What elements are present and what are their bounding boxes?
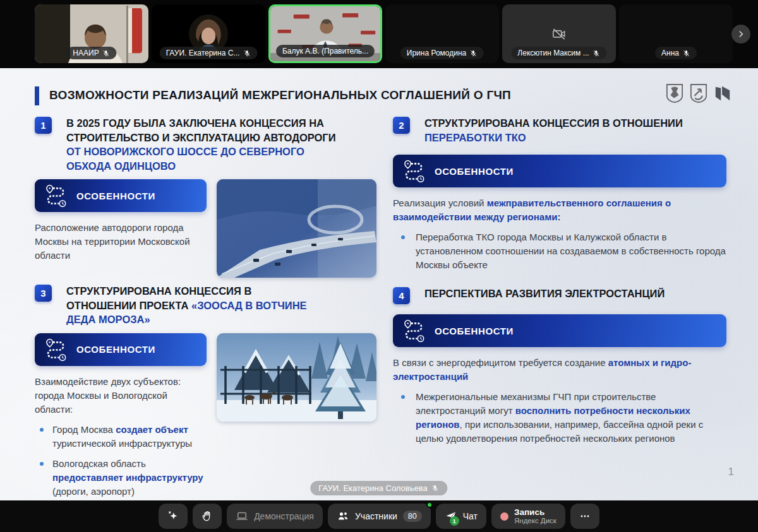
participant-tile[interactable]: ГАУИ. Екатерина С... (152, 4, 265, 63)
participant-tiles: НААИР ГАУИ. Екатерина С... (35, 4, 733, 63)
route-map-icon (402, 159, 426, 183)
share-screen-button[interactable]: Демонстрация (227, 504, 323, 529)
block-number-badge: 3 (35, 285, 52, 302)
next-participants-button[interactable] (731, 25, 750, 44)
winter-zoo-photo (217, 333, 376, 422)
moscow-coat-of-arms-icon (666, 83, 683, 103)
slide-block-1: 1 В 2025 ГОДУ БЫЛА ЗАКЛЮЧЕНА КОНЦЕССИЯ Н… (35, 116, 379, 278)
participant-name: НААИР (73, 49, 99, 57)
block-heading: ПЕРСПЕКТИВА РАЗВИТИЯ ЭЛЕКТРОСТАНЦИЙ (424, 287, 665, 301)
presenter-name: ГАУИ. Екатерина Соловьева (318, 483, 427, 493)
block-number-badge: 4 (393, 287, 410, 304)
chat-unread-badge: 1 (450, 516, 459, 526)
camera-off-icon (551, 26, 567, 42)
participant-name-pill: Анна (655, 47, 697, 59)
slide-page-number: 1 (728, 466, 734, 478)
block-intro-text: В связи с энергодефицитом требуется созд… (393, 356, 726, 384)
block-intro-text: Реализация условий межправительственного… (393, 196, 726, 224)
features-banner: ОСОБЕННОСТИ (393, 314, 726, 347)
aerial-highway-photo (217, 179, 376, 278)
participant-name-pill: ГАУИ. Екатерина С... (160, 47, 258, 59)
participant-name-pill: Ирина Ромодина (400, 47, 484, 59)
bullet-item: Город Москва создает объект туристическо… (35, 423, 207, 451)
route-map-icon (44, 184, 68, 208)
features-banner: ОСОБЕННОСТИ (393, 155, 726, 187)
mic-off-icon (469, 49, 478, 57)
block-heading: В 2025 ГОДУ БЫЛА ЗАКЛЮЧЕНА КОНЦЕССИЯ НА … (66, 116, 338, 173)
block-bullet-list: Переработка ТКО города Москвы и Калужско… (393, 230, 726, 272)
mic-off-icon (243, 49, 251, 57)
bullet-item: Переработка ТКО города Москвы и Калужско… (393, 230, 726, 272)
record-dot-icon (500, 512, 508, 521)
slide-block-3: 3 СТРУКТУРИРОВАНА КОНЦЕССИЯ В ОТНОШЕНИИ … (35, 284, 379, 499)
block-number-badge: 1 (35, 117, 52, 134)
laptop-icon (236, 510, 248, 523)
participant-name: ГАУИ. Екатерина С... (166, 49, 240, 57)
participant-tile[interactable]: Анна (619, 4, 733, 63)
participants-count-badge: 80 (403, 511, 422, 522)
effects-button[interactable] (159, 504, 188, 529)
features-label: ОСОБЕННОСТИ (76, 191, 155, 201)
block-body-text: Расположение автодороги города Москвы на… (35, 221, 207, 263)
features-label: ОСОБЕННОСТИ (435, 326, 514, 336)
record-button[interactable]: Запись Яндекс Диск (491, 504, 565, 529)
participant-name: Лексютин Максим ... (517, 49, 589, 57)
features-banner: ОСОБЕННОСТИ (35, 179, 207, 212)
mic-off-icon (682, 49, 690, 57)
slide-block-2: 2 СТРУКТУРИРОВАНА КОНЦЕССИЯ В ОТНОШЕНИИ … (393, 116, 726, 272)
participants-button[interactable]: Участники 80 (328, 504, 431, 529)
record-label: Запись (514, 507, 544, 517)
participant-name-pill: Балук А.В. (Правитель... (276, 45, 375, 57)
features-banner: ОСОБЕННОСТИ (35, 333, 207, 366)
record-service-label: Яндекс Диск (514, 517, 556, 525)
participant-tile[interactable]: Ирина Ромодина (385, 4, 499, 63)
participants-label: Участники (355, 511, 397, 521)
participant-name-pill: Лексютин Максим ... (511, 47, 606, 59)
route-map-icon (44, 338, 68, 362)
participant-name-pill: НААИР (66, 47, 116, 59)
participant-name: Анна (661, 49, 679, 57)
bullet-item: Межрегиональные механизмы ГЧП при строит… (393, 390, 726, 446)
mic-off-icon (593, 49, 601, 57)
investment-shield-icon (690, 83, 707, 103)
share-screen-label: Демонстрация (254, 511, 314, 521)
raise-hand-button[interactable] (193, 504, 222, 529)
block-bullet-list: Город Москва создает объект туристическо… (35, 423, 207, 499)
slide-title: ВОЗМОЖНОСТИ РЕАЛИЗАЦИЙ МЕЖРЕГИОНАЛЬНЫХ С… (49, 88, 511, 102)
sparkle-icon (167, 510, 179, 523)
participants-online-dot (426, 502, 433, 508)
ellipsis-icon (579, 510, 591, 523)
chat-button[interactable]: 1 Чат (436, 504, 486, 529)
chat-label: Чат (463, 511, 478, 521)
mic-off-icon (431, 484, 440, 492)
features-label: ОСОБЕННОСТИ (435, 166, 514, 177)
title-accent-bar (35, 86, 39, 105)
meeting-toolbar: Демонстрация Участники 80 1 Чат Запись Я… (0, 500, 758, 532)
n-logo-icon (714, 83, 731, 103)
block-bullet-list: Межрегиональные механизмы ГЧП при строит… (393, 390, 726, 446)
people-icon (337, 510, 349, 523)
route-map-icon (402, 319, 426, 343)
participant-name: Ирина Ромодина (407, 49, 466, 57)
participant-tile-active-speaker[interactable]: Балук А.В. (Правитель... (268, 4, 382, 63)
slide-logos (666, 83, 731, 103)
block-number-badge: 2 (393, 117, 410, 134)
block-heading: СТРУКТУРИРОВАНА КОНЦЕССИЯ В ОТНОШЕНИИ ПР… (66, 284, 319, 327)
meeting-window: НААИР ГАУИ. Екатерина С... (0, 0, 758, 532)
presenter-name-pill: ГАУИ. Екатерина Соловьева (310, 481, 447, 495)
block-heading: СТРУКТУРИРОВАНА КОНЦЕССИЯ В ОТНОШЕНИИ ПЕ… (424, 116, 726, 145)
hand-icon (201, 510, 214, 523)
block-intro-text: Взаимодействие двух субъектов: города Мо… (35, 375, 207, 417)
chevron-right-icon (737, 30, 745, 38)
bullet-item: Вологодская область предоставляет инфрас… (35, 457, 207, 499)
participant-name: Балук А.В. (Правитель... (282, 47, 368, 56)
more-options-button[interactable] (570, 504, 599, 529)
participant-tile[interactable]: Лексютин Максим ... (502, 4, 616, 63)
participants-bar: НААИР ГАУИ. Екатерина С... (0, 0, 758, 68)
participant-tile[interactable]: НААИР (35, 4, 148, 63)
mic-off-icon (102, 49, 111, 57)
shared-slide: ВОЗМОЖНОСТИ РЕАЛИЗАЦИЙ МЕЖРЕГИОНАЛЬНЫХ С… (0, 68, 758, 500)
slide-block-4: 4 ПЕРСПЕКТИВА РАЗВИТИЯ ЭЛЕКТРОСТАНЦИЙ ОС… (393, 287, 726, 446)
features-label: ОСОБЕННОСТИ (76, 344, 155, 355)
